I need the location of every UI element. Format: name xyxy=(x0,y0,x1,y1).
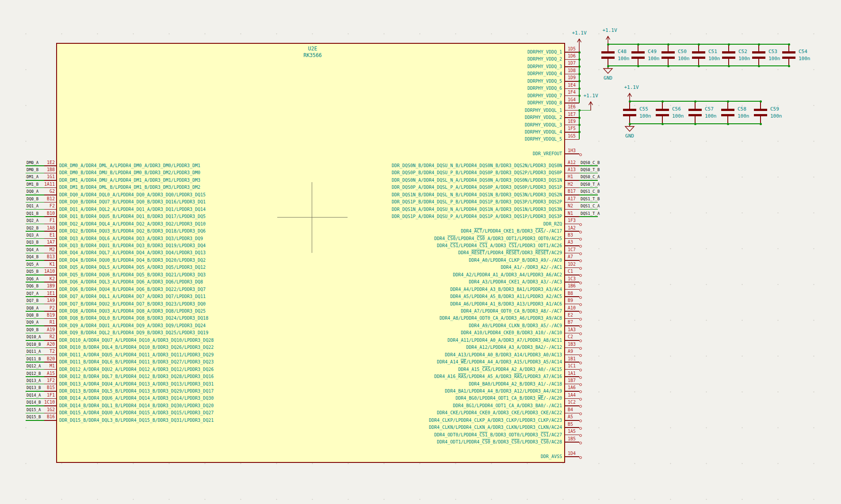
wire[interactable] xyxy=(26,267,44,268)
gnd-net-label[interactable]: GND xyxy=(621,133,638,139)
pin[interactable] xyxy=(565,209,579,210)
pin-name[interactable]: DDR_DQ1_A/DDR4_DQL2_A/LPDDR4_DQ1_A/DDR3_… xyxy=(59,206,206,212)
pin-name[interactable]: DDR4_BG0/LPDDR4_ODT1_CA_B/DDR3_WE/-/AC20 xyxy=(283,395,562,401)
pin[interactable] xyxy=(44,420,57,421)
pin-name[interactable]: DDR4_CS0/LPDDR4_CS0_A/DDR3_ODT1/LPDDR3_O… xyxy=(283,236,562,241)
wire[interactable] xyxy=(26,355,44,355)
pin-name[interactable]: DDR_DQ10_A/DDR4_DQU7_A/LPDDR4_DQ10_A/DDR… xyxy=(59,337,214,343)
pin-number[interactable]: 1A3 xyxy=(568,327,576,332)
capacitor-value[interactable]: 100n xyxy=(708,56,720,61)
capacitor-value[interactable]: 100n xyxy=(672,113,684,119)
pin-number[interactable]: H2 xyxy=(568,182,573,187)
pin-name[interactable]: DDR_DQ7_B/DDR4_DQU2_B/LPDDR4_DQ7_B/DDR3_… xyxy=(59,301,206,307)
pin-name[interactable]: DDR4_CLKN/LPDDR4_CLKN_A/DDR3_CLKN/LPDDR3… xyxy=(283,424,562,430)
pin-name[interactable]: DDR4_CLKP/LPDDR4_CLKP_A/DDR3_CLKP/LPDDR3… xyxy=(283,417,562,423)
pin-name[interactable]: DDR_DM1_A/DDR4_DMU_A/LPDDR4_DM1_A/DDR3_D… xyxy=(59,177,200,183)
pin[interactable] xyxy=(44,173,57,174)
net-label[interactable]: DQS1_C_B xyxy=(581,189,600,194)
pin[interactable] xyxy=(44,289,57,290)
pin-number[interactable]: T2 xyxy=(26,349,55,354)
capacitor-value[interactable]: 100n xyxy=(738,113,749,119)
pin-number[interactable]: 1B8 xyxy=(26,167,55,172)
pin-name[interactable]: DDRPHY_VDDQL_1 xyxy=(429,107,562,113)
capacitor-ref[interactable]: C51 xyxy=(708,49,717,54)
pin-number[interactable]: R2 xyxy=(26,334,55,340)
pin-number[interactable]: 1A5 xyxy=(568,429,576,434)
capacitor-ref[interactable]: C59 xyxy=(770,106,779,112)
pin-name[interactable]: DDRPHY_VDDQ_2 xyxy=(429,56,562,62)
pin-name[interactable]: DDR_DM1_B/DDR4_DML_B/LPDDR4_DM1_B/DDR3_D… xyxy=(59,184,200,190)
pin[interactable] xyxy=(565,391,579,392)
pin[interactable] xyxy=(565,81,579,82)
wire[interactable] xyxy=(26,195,44,195)
pin[interactable] xyxy=(565,253,579,254)
pin-name[interactable]: DDRPHY_VDDQL_2 xyxy=(429,115,562,120)
wire[interactable] xyxy=(26,173,44,174)
pin-name[interactable]: DDR4_A8/LPDDR4_ODT0_CA_A/DDR3_A6/LPDDR3_… xyxy=(283,315,562,321)
component-value[interactable]: RK3566 xyxy=(303,53,322,58)
pin-number[interactable]: 1B1 xyxy=(568,356,576,362)
capacitor-plate[interactable] xyxy=(661,51,675,53)
wire[interactable] xyxy=(26,376,44,377)
capacitor-ref[interactable]: C48 xyxy=(618,49,627,54)
pin-name[interactable]: DDR_DQ2_A/DDR4_DQL4_A/LPDDR4_DQ2_A/DDR3_… xyxy=(59,221,206,227)
pin[interactable] xyxy=(565,173,579,174)
pin-number[interactable]: K2 xyxy=(26,276,55,282)
pin-name[interactable]: DDR_DQ4_A/DDR4_DQL7_A/LPDDR4_DQ4_A/DDR3_… xyxy=(59,250,206,256)
pin-name[interactable]: DDR4_CS1/LPDDR4_CS1_A/DDR3_CS1/LPDDR3_OD… xyxy=(283,243,562,248)
pin-number[interactable]: B10 xyxy=(26,211,55,216)
pin[interactable] xyxy=(44,376,57,377)
wire[interactable] xyxy=(579,165,598,166)
pin-number[interactable]: 1C2 xyxy=(568,400,576,405)
gnd-symbol[interactable] xyxy=(624,126,635,132)
capacitor-value[interactable]: 100n xyxy=(738,56,750,61)
pin-name[interactable]: DDR_DQ0_A/DDR4_DQL0_A/LPDDR4_DQ0_A/DDR3_… xyxy=(59,192,206,198)
pin-name[interactable]: DDR4_A7/LPDDR4_ODT0_CA_B/DDR3_A8/-/AC7 xyxy=(283,308,562,314)
pin[interactable] xyxy=(565,231,579,232)
pin[interactable] xyxy=(565,275,579,275)
pin-name[interactable]: DDR4_A12/LPDDR4_A3_A/DDR3_BA2/-/AC12 xyxy=(283,344,562,350)
net-label[interactable]: DQS0_T_B xyxy=(581,168,600,172)
pin[interactable] xyxy=(565,340,579,341)
pin-number[interactable]: 1E2 xyxy=(26,160,55,165)
pin[interactable] xyxy=(565,420,579,421)
pin-name[interactable]: DDR4_A9/LPDDR4_CLKN_B/DDR3_A5/-/AC9 xyxy=(283,323,562,328)
wire[interactable] xyxy=(26,398,44,399)
pin-number[interactable]: 1A9 xyxy=(26,298,55,303)
pin[interactable] xyxy=(44,209,57,210)
pin-name[interactable]: DDRPHY_VDDQL_3 xyxy=(429,122,562,128)
pin[interactable] xyxy=(565,333,579,334)
pin-name[interactable]: DDR_DQS1P_B/DDR4_DQSL_P_B/LPDDR4_DQS1P_B… xyxy=(283,199,562,205)
capacitor-plate[interactable] xyxy=(754,109,767,111)
capacitor-plate[interactable] xyxy=(631,51,645,53)
pin-name[interactable]: DDR_DM0_B/DDR4_DMU_B/LPDDR4_DM0_B/DDR3_D… xyxy=(59,170,200,176)
pin-name[interactable]: DDR_DQ13_A/DDR4_DQU4_A/LPDDR4_DQ13_A/DDR… xyxy=(59,381,214,387)
wire[interactable] xyxy=(26,289,44,290)
pin-number[interactable]: 1A8 xyxy=(26,225,55,231)
pin[interactable] xyxy=(44,405,57,406)
pin-name[interactable]: DDR_DQS0P_B/DDR4_DQSU_P_B/LPDDR4_DQS0P_B… xyxy=(283,170,562,176)
pin-number[interactable]: 1F3 xyxy=(568,218,576,223)
pin[interactable] xyxy=(565,355,579,355)
pin-name[interactable]: DDR_DQS0N_B/DDR4_DQSU_N_B/LPDDR4_DQS0N_B… xyxy=(283,163,562,168)
net-label[interactable]: DQS1_T_A xyxy=(581,211,600,216)
pin[interactable] xyxy=(44,333,57,334)
pin-name[interactable]: DDR_DQ7_A/DDR4_DQL1_A/LPDDR4_DQ7_A/DDR3_… xyxy=(59,294,206,299)
pin-name[interactable]: DDRPHY_VDDQ_6 xyxy=(429,85,562,91)
pin[interactable] xyxy=(565,187,579,188)
pin[interactable] xyxy=(565,282,579,283)
capacitor-plate[interactable] xyxy=(752,51,765,53)
pin-number[interactable]: B9 xyxy=(568,298,573,303)
pin[interactable] xyxy=(44,304,57,305)
pin[interactable] xyxy=(565,362,579,363)
pin[interactable] xyxy=(565,195,579,195)
pin[interactable] xyxy=(44,245,57,246)
wire[interactable] xyxy=(26,413,44,414)
pin-number[interactable]: 1C3 xyxy=(568,276,576,282)
wire[interactable] xyxy=(26,260,44,261)
gnd-net-label[interactable]: GND xyxy=(599,75,617,81)
pin-name[interactable]: DDR4_A13/LPDDR4_A0_B/DDR3_A14/LPDDR3_A0/… xyxy=(283,352,562,358)
pin-name[interactable]: DDR4_A15_CAS/LPDDR4_A2_A/DDR3_A0/-/AC15 xyxy=(283,367,562,372)
pin[interactable] xyxy=(44,282,57,283)
pin-name[interactable]: DDR4_A6/LPDDR4_A1_B/DDR3_A13/LPDDR3_A1/A… xyxy=(283,301,562,307)
